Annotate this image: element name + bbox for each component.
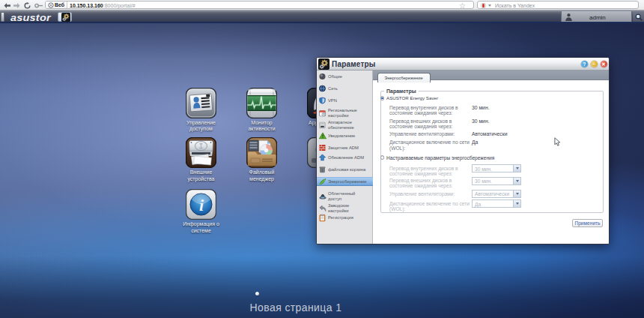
svg-text:i: i [199, 196, 204, 214]
